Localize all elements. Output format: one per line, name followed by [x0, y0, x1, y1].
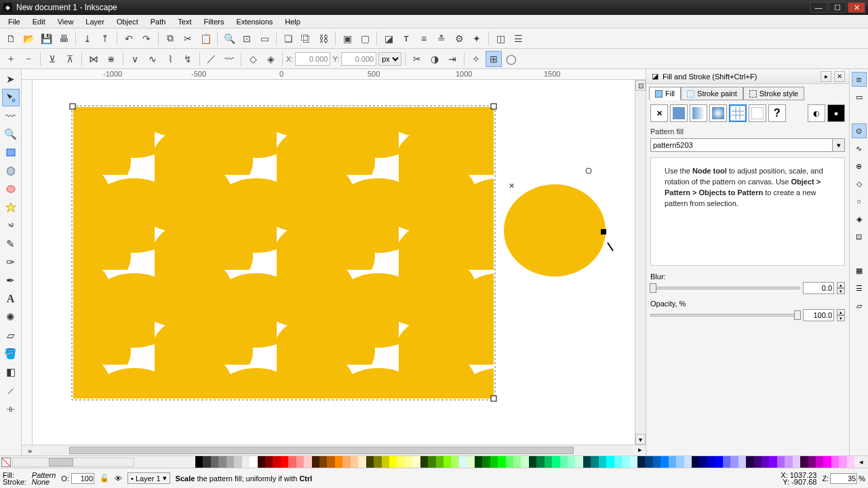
panel-dock-icon[interactable]: ▸: [821, 71, 831, 82]
paste-icon[interactable]: 📋: [197, 30, 214, 47]
palette-swatch[interactable]: [342, 456, 350, 468]
opacity-up-icon[interactable]: ▴: [837, 309, 845, 315]
scroll-down-icon[interactable]: ▾: [635, 434, 646, 445]
maximize-button[interactable]: ☐: [829, 2, 846, 13]
menu-file[interactable]: File: [3, 16, 26, 27]
palette-swatch[interactable]: [754, 456, 762, 468]
fillstroke-icon[interactable]: ◪: [380, 30, 397, 47]
palette-swatch[interactable]: [304, 456, 311, 468]
palette-menu-icon[interactable]: ◂: [854, 456, 868, 468]
palette-swatch[interactable]: [777, 456, 785, 468]
snap-enable-icon[interactable]: ⧈: [852, 72, 867, 87]
tab-fill[interactable]: Fill: [649, 87, 681, 100]
menu-object[interactable]: Object: [111, 16, 144, 27]
palette-swatch[interactable]: [599, 456, 606, 468]
palette-swatch[interactable]: [351, 456, 358, 468]
palette-swatch[interactable]: [211, 456, 218, 468]
layer-visible-icon[interactable]: 👁: [115, 474, 122, 483]
palette-swatch[interactable]: [660, 456, 668, 468]
docprops-icon[interactable]: ✦: [469, 30, 485, 47]
unlink-icon[interactable]: ⛓: [315, 30, 332, 47]
palette-swatch[interactable]: [327, 456, 334, 468]
menu-extensions[interactable]: Extensions: [231, 16, 278, 27]
auto-icon[interactable]: ↯: [180, 51, 196, 67]
prefs-icon[interactable]: ⚙: [451, 30, 467, 47]
palette-swatch[interactable]: [296, 456, 304, 468]
menu-path[interactable]: Path: [145, 16, 172, 27]
palette-swatch[interactable]: [536, 456, 544, 468]
palette-swatch[interactable]: [545, 456, 552, 468]
palette-swatch[interactable]: [676, 456, 684, 468]
palette-swatch[interactable]: [389, 456, 397, 468]
palette-scrollbar[interactable]: [12, 458, 134, 467]
snap-nodes-icon[interactable]: ⊙: [852, 123, 867, 138]
palette-swatch[interactable]: [513, 456, 521, 468]
bezier-tool[interactable]: ✑: [2, 253, 20, 271]
palette-swatch[interactable]: [482, 456, 490, 468]
palette-swatch[interactable]: [630, 456, 637, 468]
palette-swatch[interactable]: [785, 456, 792, 468]
palette-swatch[interactable]: [436, 456, 443, 468]
snap-page-icon[interactable]: ▱: [852, 298, 867, 313]
next-path-icon[interactable]: ⇥: [444, 51, 460, 67]
palette-swatch[interactable]: [226, 456, 234, 468]
redo-icon[interactable]: ↷: [138, 30, 155, 47]
zoom-selection-icon[interactable]: 🔍: [221, 30, 237, 47]
palette-swatch[interactable]: [637, 456, 645, 468]
snap-smooth-icon[interactable]: ○: [852, 194, 867, 209]
scroll-right-icon[interactable]: ▸: [635, 445, 646, 455]
palette-swatch[interactable]: [358, 456, 366, 468]
delete-segment-icon[interactable]: ⋇: [103, 51, 119, 67]
palette-swatch[interactable]: [831, 456, 839, 468]
palette-swatch[interactable]: [730, 456, 738, 468]
layer-dropdown[interactable]: •Layer 1 ▾: [127, 472, 170, 484]
show-handles-icon[interactable]: ✧: [468, 51, 484, 67]
panel-close-icon[interactable]: ✕: [834, 71, 845, 82]
gradient-tool[interactable]: ◧: [2, 363, 20, 381]
spiral-tool[interactable]: ༄: [2, 217, 20, 235]
pencil-tool[interactable]: ✎: [2, 235, 20, 253]
palette-swatch[interactable]: [374, 456, 381, 468]
cusp-icon[interactable]: ∨: [127, 51, 143, 67]
palette-swatch[interactable]: [568, 456, 575, 468]
palette-swatch[interactable]: [669, 456, 676, 468]
palette-swatch[interactable]: [808, 456, 816, 468]
palette-swatch[interactable]: [319, 456, 327, 468]
delete-node-icon[interactable]: －: [20, 51, 37, 67]
rect-tool[interactable]: [2, 144, 20, 161]
tab-stroke-paint[interactable]: Stroke paint: [681, 87, 743, 100]
tab-stroke-style[interactable]: Stroke style: [743, 87, 804, 100]
palette-swatch[interactable]: [529, 456, 536, 468]
duplicate-icon[interactable]: ❏: [280, 30, 296, 47]
zoom-page-icon[interactable]: ▭: [256, 30, 273, 47]
palette-swatch[interactable]: [614, 456, 622, 468]
insert-node-icon[interactable]: ＋: [3, 51, 19, 67]
palette-swatch[interactable]: [420, 456, 428, 468]
opacity-down-icon[interactable]: ▾: [837, 315, 845, 321]
close-button[interactable]: ✕: [848, 2, 865, 13]
fillrule-nonzero-icon[interactable]: ●: [827, 104, 845, 122]
palette-swatch[interactable]: [583, 456, 591, 468]
opacity-slider[interactable]: [650, 314, 800, 317]
palette-swatch[interactable]: [793, 456, 800, 468]
copy-icon[interactable]: ⧉: [162, 30, 178, 47]
blur-input[interactable]: [803, 282, 834, 294]
show-outline-icon[interactable]: ⊞: [486, 51, 502, 67]
palette-swatch[interactable]: [506, 456, 513, 468]
palette-swatch[interactable]: [498, 456, 505, 468]
snap-grid-icon[interactable]: ▦: [852, 263, 867, 278]
x-input[interactable]: [295, 52, 330, 66]
selector-tool[interactable]: ➤: [2, 70, 20, 88]
status-opacity-input[interactable]: [71, 473, 94, 484]
palette-swatch[interactable]: [467, 456, 474, 468]
palette-swatch[interactable]: [645, 456, 652, 468]
clip-edit-icon[interactable]: ✂: [409, 51, 425, 67]
palette-swatch[interactable]: [560, 456, 568, 468]
snap-paths-icon[interactable]: ∿: [852, 141, 867, 156]
zoom-fit-icon[interactable]: ⊡: [635, 80, 646, 91]
export-icon[interactable]: ⤒: [97, 30, 113, 47]
blur-down-icon[interactable]: ▾: [837, 288, 845, 294]
stroke-to-path-icon[interactable]: ◈: [262, 51, 279, 67]
paintbucket-tool[interactable]: 🪣: [2, 345, 20, 363]
tweak-tool[interactable]: 〰: [2, 107, 20, 125]
